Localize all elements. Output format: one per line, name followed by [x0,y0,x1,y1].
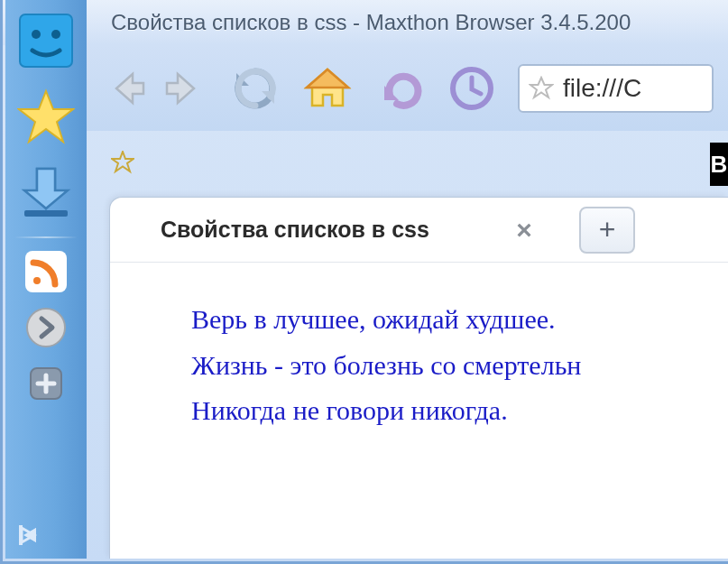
add-icon[interactable] [25,363,67,404]
svg-rect-3 [24,210,68,217]
rss-icon[interactable] [25,251,67,292]
sidebar-expand-icon[interactable] [16,522,41,548]
new-tab-symbol: + [599,213,616,246]
sidebar [5,0,87,559]
refresh-button[interactable] [229,62,281,115]
favorites-star-icon[interactable] [111,151,134,174]
svg-point-1 [32,30,41,39]
titlebar: Свойства списков в css - Maxthon Browser… [3,0,728,45]
tab-active[interactable]: Свойства списков в css × [137,200,561,259]
favorites-bar: B [102,135,728,190]
favbar-right-indicator: B [710,143,728,186]
tab-strip: Свойства списков в css × + [110,198,728,263]
favorites-icon[interactable] [14,85,78,148]
history-button[interactable] [446,62,498,115]
new-tab-button[interactable]: + [579,207,635,254]
address-bar[interactable]: file:///C [518,64,714,113]
toolbar: file:///C [87,45,728,131]
svg-rect-4 [28,254,64,290]
svg-rect-0 [20,14,72,67]
page-body: Верь в лучшее, ожидай худшее. Жизнь - эт… [110,263,728,436]
bookmark-star-icon[interactable] [529,76,554,101]
page-line: Верь в лучшее, ожидай худшее. [191,299,728,341]
page-line: Жизнь - это болезнь со смертельн [191,345,728,387]
tab-label: Свойства списков в css [161,217,429,243]
svg-point-5 [33,277,41,284]
home-button[interactable] [301,62,354,115]
window-title: Свойства списков в css - Maxthon Browser… [111,10,631,35]
sidebar-separator [14,236,78,238]
svg-point-6 [27,309,65,347]
svg-point-2 [51,30,60,39]
expand-icon[interactable] [23,305,69,350]
undo-button[interactable] [373,62,426,115]
content-panel: Свойства списков в css × + Верь в лучшее… [109,197,728,559]
account-icon[interactable] [14,9,78,72]
forward-button[interactable] [157,62,209,115]
downloads-icon[interactable] [14,161,78,224]
favbar-right-letter: B [711,151,728,179]
page-line: Никогда не говори никогда. [191,390,728,432]
tab-close-icon[interactable]: × [511,215,538,245]
window-frame: Свойства списков в css - Maxthon Browser… [0,0,728,564]
back-button[interactable] [101,62,153,115]
address-text: file:///C [563,74,703,103]
